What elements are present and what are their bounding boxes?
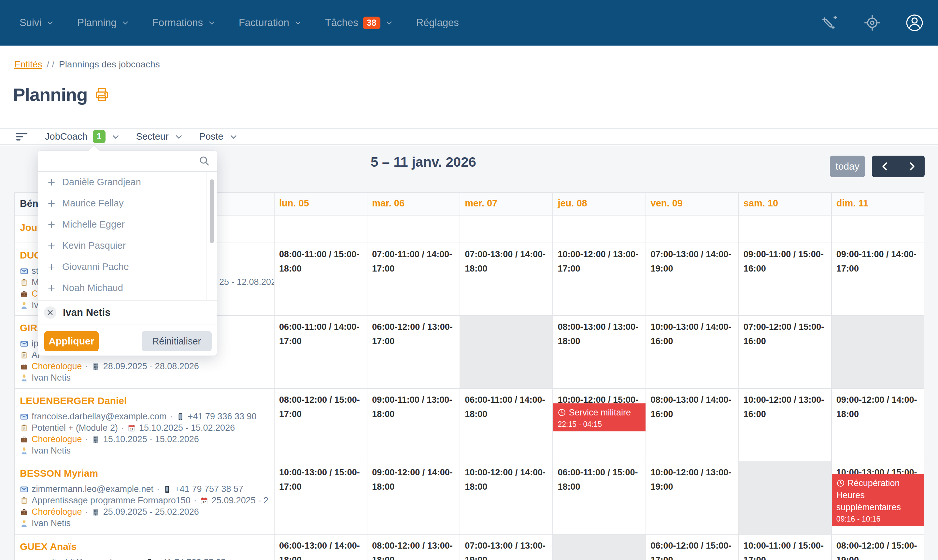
reset-button[interactable]: Réinitialiser <box>142 331 212 351</box>
work-hours: 08:00-12:00 / 15:00-19:00 <box>836 538 920 560</box>
nav-item-formations[interactable]: Formations <box>152 17 216 29</box>
day-cell <box>274 215 367 243</box>
work-hours: 06:00-11:00 / 14:00-18:00 <box>465 393 548 421</box>
plus-icon <box>46 241 56 251</box>
nav-item-planning[interactable]: Planning <box>77 17 129 29</box>
previous-week-button[interactable] <box>872 155 898 177</box>
magic-wand-icon[interactable] <box>821 14 839 32</box>
work-hours: 10:00-12:00 / 13:00-16:00 <box>744 393 827 421</box>
briefcase-icon <box>20 290 28 298</box>
chevron-right-icon <box>906 161 917 172</box>
work-hours: 08:00-12:00 / 13:00-18:00 <box>372 538 455 560</box>
jobcoach-option[interactable]: Michelle Egger <box>38 214 206 235</box>
selected-jobcoach-name: Ivan Netis <box>63 307 111 318</box>
nav-item-label: Facturation <box>239 17 289 29</box>
user-avatar-icon[interactable] <box>906 14 924 32</box>
jobcoach-option[interactable]: Maurice Fellay <box>38 193 206 214</box>
beneficiary-info-line: zimmermann.leo@example.net·+41 79 757 38… <box>20 483 269 495</box>
nav-item-label: Formations <box>152 17 203 29</box>
beneficiary-info-line: Apprentissage programme Formapro150·1725… <box>20 495 269 506</box>
tasks-count-badge: 38 <box>363 17 380 29</box>
nav-item-facturation[interactable]: Facturation <box>239 17 302 29</box>
absence-event[interactable]: Service militaire22:15 - 04:15 <box>553 403 645 431</box>
poste-filter-label: Poste <box>199 131 223 142</box>
day-cell: 07:00-11:00 / 14:00-17:00 <box>367 243 459 315</box>
event-time: 09:16 - 10:16 <box>836 514 920 525</box>
apply-button[interactable]: Appliquer <box>44 331 99 351</box>
day-cell: 10:00-13:00 / 15:00-17:00 <box>274 462 367 534</box>
day-cell <box>645 215 738 243</box>
jobcoach-option-list: Danièle GrandjeanMaurice FellayMichelle … <box>38 172 207 300</box>
work-hours: 07:00-11:00 / 14:00-17:00 <box>372 247 455 276</box>
nav-item-rglages[interactable]: Réglages <box>416 17 459 29</box>
day-cell: 10:00-13:00 / 14:00-16:00 <box>645 316 738 388</box>
unavailable-day-cell <box>459 316 552 388</box>
work-hours: 06:00-12:00 / 13:00-17:00 <box>372 320 455 348</box>
beneficiary-info-line: Ivan Netis <box>20 372 269 383</box>
printer-icon[interactable] <box>94 87 110 103</box>
dropdown-scrollbar[interactable] <box>210 179 214 243</box>
next-week-button[interactable] <box>898 155 925 177</box>
jobcoach-filter-count-badge: 1 <box>93 130 106 143</box>
day-cell: 06:00-12:00 / 15:00-17:00 <box>645 535 738 560</box>
jobcoach-option-label: Maurice Fellay <box>62 198 124 209</box>
page-title: Planning <box>13 84 87 105</box>
dropdown-actions: Appliquer Réinitialiser <box>38 325 217 351</box>
breadcrumb-link-entites[interactable]: Entités <box>14 59 42 70</box>
planning-page: SuiviPlanningFormationsFacturationTâches… <box>0 0 938 560</box>
jobcoach-option[interactable]: Noah Michaud <box>38 277 206 298</box>
breadcrumb: Entités / / Plannings des jobcoachs <box>14 59 160 70</box>
day-cell: 08:00-11:00 / 15:00-18:00 <box>274 243 367 315</box>
beneficiary-name[interactable]: GUEX Anaïs <box>20 541 269 552</box>
day-cell: 09:00-12:00 / 14:00-18:00 <box>831 389 924 461</box>
briefcase-icon <box>20 435 28 444</box>
chevron-down-icon <box>121 18 129 27</box>
work-hours: 08:00-11:00 / 15:00-18:00 <box>279 247 362 276</box>
calendar-nav-buttons <box>872 155 925 177</box>
day-cell: 08:00-12:00 / 15:00-19:00 <box>831 535 924 560</box>
clipboard-icon <box>20 351 28 360</box>
beneficiary-name[interactable]: BESSON Myriam <box>20 468 269 479</box>
beneficiary-info-line: Choréologue·15.10.2025 - 15.02.2026 <box>20 434 269 445</box>
jobcoach-filter-dropdown: Danièle GrandjeanMaurice FellayMichelle … <box>38 151 217 356</box>
absence-event[interactable]: Récupération Heures supplémentaires09:16… <box>832 474 924 526</box>
chevron-down-icon <box>46 18 54 27</box>
nav-items: SuiviPlanningFormationsFacturationTâches… <box>20 17 459 29</box>
remove-selected-icon[interactable] <box>44 306 56 319</box>
day-cell: 06:00-13:00 / 14:00-18:00 <box>274 535 367 560</box>
work-hours: 07:00-13:00 / 13:00-19:00 <box>465 538 548 560</box>
nav-item-suivi[interactable]: Suivi <box>20 17 54 29</box>
beneficiary-cell: BESSON Myriamzimmermann.leo@example.net·… <box>15 462 274 534</box>
chevron-down-icon <box>174 132 184 142</box>
building-icon <box>91 435 100 444</box>
chevron-down-icon <box>385 18 393 27</box>
svg-text:17: 17 <box>203 500 206 503</box>
unavailable-day-cell <box>738 462 831 534</box>
nav-item-tches[interactable]: Tâches38 <box>325 17 393 29</box>
jobcoach-option-label: Noah Michaud <box>62 283 123 293</box>
jobcoach-option[interactable]: Giovanni Pache <box>38 256 206 277</box>
day-cell: 08:00-12:00 / 13:00-18:00 <box>367 535 459 560</box>
day-column-header: jeu. 08 <box>552 193 645 215</box>
day-cell: 10:00-13:00 / 15:00-Récupération Heures … <box>831 462 924 534</box>
day-cell: 09:00-11:00 / 15:00-16:00 <box>738 243 831 315</box>
jobcoach-filter[interactable]: JobCoach 1 <box>45 130 120 143</box>
jobcoach-option[interactable]: Kevin Pasquier <box>38 235 206 256</box>
jobcoach-option[interactable]: Danièle Grandjean <box>38 172 206 193</box>
plus-icon <box>46 220 56 229</box>
jobcoach-search-input[interactable] <box>45 155 198 166</box>
poste-filter[interactable]: Poste <box>199 131 239 142</box>
work-hours: 07:00-13:00 / 14:00-19:00 <box>651 247 734 276</box>
email-icon <box>20 485 28 494</box>
day-cell: 10:00-12:00 / 13:00-19:00 <box>645 462 738 534</box>
jobcoach-option-label: Michelle Egger <box>62 219 125 230</box>
today-button[interactable]: today <box>830 155 865 177</box>
chevron-down-icon <box>208 18 216 27</box>
clipboard-icon <box>20 497 28 505</box>
event-title: Service militaire <box>569 408 631 417</box>
beneficiary-name[interactable]: LEUENBERGER Daniel <box>20 395 269 406</box>
secteur-filter[interactable]: Secteur <box>136 131 184 142</box>
beneficiary-cell: GUEX Anaïsyves.liechti@example.com·+41 7… <box>15 535 274 560</box>
crosshair-icon[interactable] <box>863 14 881 32</box>
breadcrumb-separator: / / <box>47 59 54 70</box>
